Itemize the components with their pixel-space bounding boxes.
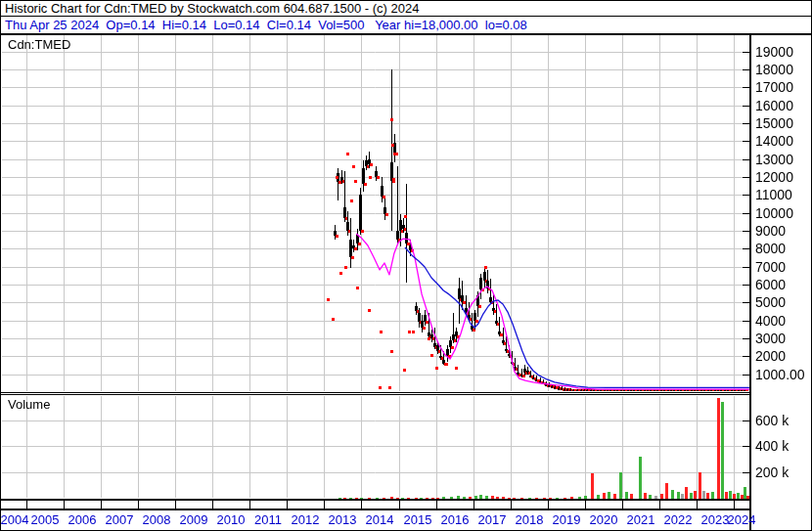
price-axis-label: 12000	[755, 170, 793, 184]
volume-axis-label: 200 k	[755, 465, 789, 479]
year-label: 2017	[473, 513, 512, 526]
price-axis-label: 1000.00	[755, 368, 805, 381]
year-label: 2005	[25, 513, 65, 526]
year-label: 2011	[248, 513, 288, 526]
price-axis-label: 7000	[755, 260, 786, 274]
year-label: 2013	[323, 513, 362, 526]
price-axis-label: 10000	[755, 206, 793, 220]
volume-panel-title: Volume	[8, 398, 50, 411]
price-axis-label: 13000	[755, 153, 793, 166]
volume-axis-label: 600 k	[755, 414, 789, 427]
year-label: 2024	[722, 513, 761, 526]
year-label: 2007	[100, 513, 139, 526]
price-axis-label: 6000	[755, 278, 786, 291]
year-label: 2018	[510, 513, 549, 526]
year-label: 2012	[286, 513, 325, 526]
year-label: 2019	[547, 513, 586, 526]
price-axis-label: 8000	[755, 242, 786, 255]
price-axis-label: 15000	[755, 116, 793, 130]
price-axis-label: 11000	[755, 188, 792, 201]
chart-canvas[interactable]	[1, 1, 812, 531]
price-axis-label: 9000	[755, 224, 786, 238]
price-axis-label: 16000	[755, 99, 793, 112]
price-axis-label: 19000	[755, 45, 793, 59]
year-label: 2010	[211, 513, 250, 526]
price-axis-label: 3000	[755, 332, 786, 345]
year-label: 2009	[174, 513, 213, 526]
price-axis-label: 18000	[755, 63, 793, 76]
price-axis-label: 14000	[755, 134, 793, 148]
price-axis-label: 2000	[755, 349, 786, 363]
year-label: 2006	[63, 513, 102, 526]
year-label: 2022	[658, 513, 698, 526]
year-label: 2008	[137, 513, 176, 526]
symbol-label: Cdn:TMED	[8, 38, 70, 51]
price-axis-label: 5000	[755, 295, 786, 309]
year-label: 2016	[435, 513, 474, 526]
price-axis-label: 17000	[755, 80, 793, 94]
volume-axis-label: 400 k	[755, 439, 789, 453]
price-axis-label: 4000	[755, 314, 786, 328]
year-label: 2020	[584, 513, 623, 526]
year-label: 2015	[398, 513, 437, 526]
year-label: 2021	[621, 513, 660, 526]
stockwatch-chart-window: Historic Chart for Cdn:TMED by Stockwatc…	[0, 0, 812, 531]
year-label: 2014	[360, 513, 399, 526]
